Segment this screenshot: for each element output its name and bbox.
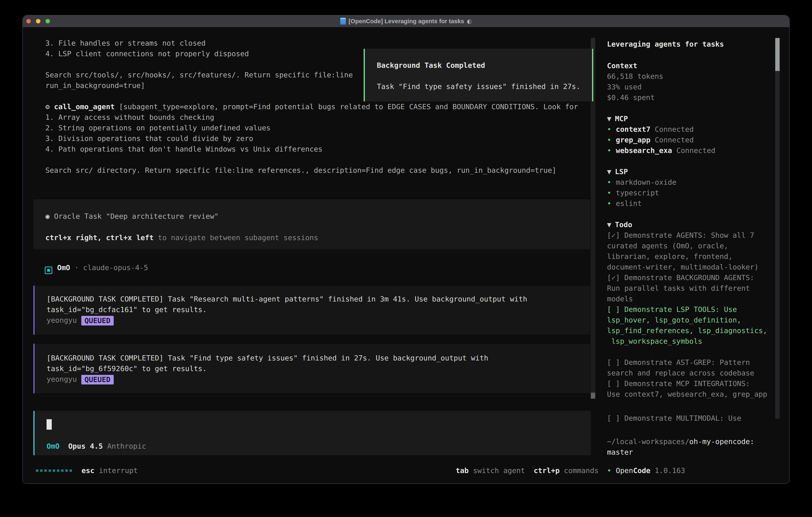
sidebar-scrollbar[interactable] [775,38,780,419]
traffic-lights [26,19,50,23]
sidebar-scrollbar-thumb[interactable] [775,38,780,71]
status-dot-icon: • [607,124,616,135]
tool-name: call_omo_agent [54,103,115,111]
ctrlp-key-label: commands [564,466,599,474]
collapse-triangle-icon: ▼ [607,167,611,176]
todo-done-items: [✓] Demonstrate AGENTS: Show all 7curate… [607,230,759,304]
oracle-task-shortcut-hint: ctrl+x right, ctrl+x left to navigate be… [46,232,318,243]
sidebar-mcp-item: •context7 Connected [607,124,694,135]
document-icon [340,18,346,25]
status-dot-icon: • [607,177,616,188]
transcript-pre-lines: 3. File handles or streams not closed4. … [46,38,353,91]
toast-title: Background Task Completed [377,60,485,71]
input-agent-name: OmO [47,442,60,450]
terminal-content: 3. File handles or streams not closed4. … [23,27,789,483]
workspace-branch: master [607,447,633,457]
message-line1: [BACKGROUND TASK COMPLETED] Task "Find t… [47,353,488,363]
status-dot-icon: • [607,145,616,156]
gear-icon: ⚙ [46,103,50,111]
author-name: yeongyu [47,375,77,383]
message-line2: task_id="bg_6f59260c" to get results. [47,363,207,374]
todo-active-items: [ ] Demonstrate LSP TOOLS: Uselsp_hover,… [607,304,767,347]
collapse-triangle-icon: ▼ [607,114,611,123]
input-model: Opus 4.5 [68,442,103,450]
message-block[interactable]: [BACKGROUND TASK COMPLETED] Task "Resear… [33,286,590,335]
status-right: tab switch agent ctrl+p commands [456,465,599,476]
opencode-version: •OpenCode 1.0.163 [607,465,685,476]
collapse-triangle-icon: ▼ [607,220,611,229]
status-badge: QUEUED [81,375,114,384]
oracle-task-panel[interactable]: ◉ Oracle Task "Deep architecture review"… [33,199,590,249]
message-block[interactable]: [BACKGROUND TASK COMPLETED] Task "Find t… [33,344,590,393]
zoom-button[interactable] [46,19,50,23]
busy-indicator-icon: ◐ [467,18,472,25]
sidebar-todo-header[interactable]: ▼Todo [607,219,632,230]
sidebar-lsp-header[interactable]: ▼LSP [607,166,628,177]
text-cursor [47,419,52,430]
status-bar: esc interrupt tab switch agent ctrl+p co… [36,465,599,476]
todo-pending-items: [ ] Demonstrate AST-GREP: Patternsearch … [607,357,767,400]
agent-call-output-lines: 1. Array access without bounds checking2… [46,112,556,175]
sidebar-session-title: Leveraging agents for tasks [607,39,724,49]
agent-session-header[interactable]: OmO · claude-opus-4-5 [45,262,148,273]
esc-key-hint: esc [82,465,94,476]
sidebar-mcp-item: •grep_app Connected [607,135,694,145]
sidebar-lsp-item: •eslint [607,198,642,209]
tool-args: [subagent_type=explore, prompt=Find pote… [119,103,578,111]
status-dot-icon: • [607,188,616,198]
agent-model: claude-opus-4-5 [83,264,148,272]
close-button[interactable] [26,19,31,23]
agent-name: OmO [57,264,70,272]
message-meta: yeongyuQUEUED [47,374,114,384]
toast-notification[interactable]: Background Task Completed Task "Find typ… [364,49,593,101]
sidebar-lsp-item: •markdown-oxide [607,177,676,188]
oracle-task-title: ◉ Oracle Task "Deep architecture review" [46,211,219,221]
main-scrollbar-thumb[interactable] [591,393,595,399]
prompt-input[interactable]: OmO Opus 4.5 Anthropic [33,411,591,455]
sidebar-lsp-item: •typescript [607,188,659,198]
progress-dots-icon [36,469,72,472]
sidebar-mcp-header[interactable]: ▼MCP [607,113,628,124]
separator-dot [70,264,75,272]
window-title-group: [OpenCode] Leveraging agents for tasks ◐ [340,18,472,25]
agent-call-line: ⚙ call_omo_agent [subagent_type=explore,… [46,101,578,112]
sidebar-context-header: Context [607,60,637,71]
sidebar-context-stats: 66,518 tokens33% used$0.46 spent [607,71,663,103]
message-line2: task_id="bg_dcfac161" to get results. [47,304,207,315]
workspace-path: ~/local-workspaces/oh-my-opencode: [607,436,754,447]
tab-key-hint: tab [456,466,469,474]
todo-pending-items: [ ] Demonstrate MULTIMODAL: Use [607,413,741,424]
sidebar-mcp-item: •websearch_exa Connected [607,145,716,156]
message-line1: [BACKGROUND TASK COMPLETED] Task "Resear… [47,294,527,304]
window-title: [OpenCode] Leveraging agents for tasks [349,18,464,25]
ctrlp-key-hint: ctrl+p [534,466,560,474]
agent-omo-icon [45,267,52,274]
esc-key-label: interrupt [99,465,138,476]
record-icon: ◉ [46,212,50,220]
status-dot-icon: • [607,198,616,209]
status-left: esc interrupt [36,465,138,476]
status-badge: QUEUED [81,316,114,325]
minimize-button[interactable] [36,19,40,23]
toast-body: Task "Find type safety issues" finished … [377,81,580,92]
tab-key-label: switch agent [473,466,525,474]
opencode-window: [OpenCode] Leveraging agents for tasks ◐… [22,15,790,484]
status-dot-icon: • [607,465,616,476]
input-provider: Anthropic [107,442,146,450]
status-dot-icon: • [607,135,616,145]
message-meta: yeongyuQUEUED [47,315,114,325]
main-scrollbar-top-segment [591,38,595,50]
author-name: yeongyu [47,316,77,324]
titlebar[interactable]: [OpenCode] Leveraging agents for tasks ◐ [23,16,789,27]
input-footer: OmO Opus 4.5 Anthropic [47,441,146,452]
